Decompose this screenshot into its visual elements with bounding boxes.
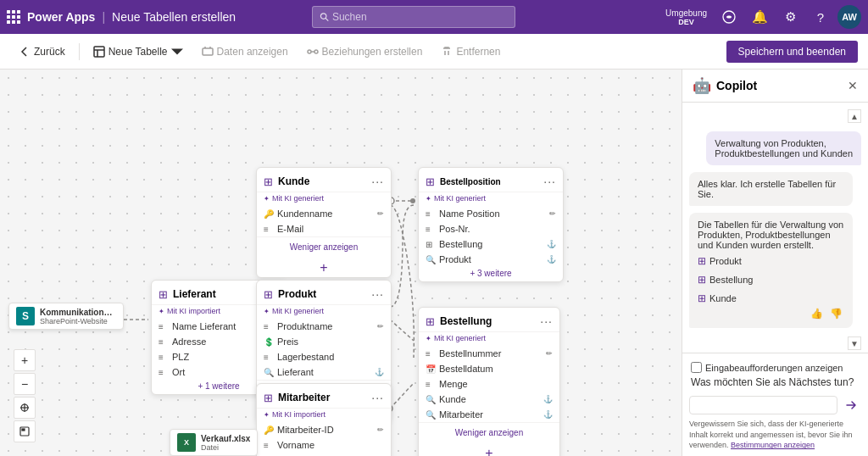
top-nav: Power Apps | Neue Tabellen erstellen Umg… (0, 0, 868, 34)
copilot-footer: Eingabeaufforderungen anzeigen Was möcht… (682, 353, 868, 456)
field-type-icon: ≡ (264, 441, 274, 450)
table-icon: ⊞ (698, 292, 706, 304)
key-icon: ≡ (159, 322, 169, 331)
new-table-button[interactable]: Neue Tabelle (85, 42, 192, 61)
zoom-in-btn[interactable]: + (14, 349, 36, 371)
table-field: ≡ Menge (419, 376, 559, 392)
copilot-header: 🤖 Copilot ✕ (682, 70, 868, 103)
table-menu-btn[interactable]: ··· (371, 391, 384, 404)
table-menu-btn[interactable]: ··· (371, 175, 384, 188)
svg-line-13 (390, 320, 414, 341)
scroll-down-btn[interactable]: ▼ (848, 336, 861, 350)
copilot-disclaimer: Vergewissern Sie sich, dass der KI-gener… (689, 415, 861, 451)
table-field: 🔍 Kunde ⚓ (419, 392, 559, 407)
add-field-btn[interactable]: + (257, 259, 391, 277)
nav-right: Umgebung DEV 🔔 ⚙ ? AW (660, 3, 861, 31)
field-type-icon: ≡ (159, 337, 169, 347)
avatar[interactable]: AW (837, 5, 861, 29)
scroll-up-btn[interactable]: ▲ (848, 109, 861, 123)
toolbar: Zurück Neue Tabelle Daten anzeigen Bezie… (0, 34, 868, 70)
table-field: 💲 Preis (257, 334, 391, 349)
thumbs-up-btn[interactable]: 👍 (809, 306, 825, 321)
table-bestellung[interactable]: ⊞ Bestellung ··· Mit KI generiert ≡ Best… (418, 307, 560, 456)
field-type-icon: ≡ (264, 225, 274, 234)
copilot-question-label: Was möchten Sie als Nächstes tun? (689, 376, 861, 392)
edit-icon[interactable]: ✏ (377, 209, 384, 218)
show-data-button[interactable]: Daten anzeigen (193, 42, 297, 61)
back-button[interactable]: Zurück (10, 42, 74, 61)
ai-label: Mit KI importiert (257, 409, 391, 422)
copilot-send-btn[interactable] (841, 395, 861, 415)
save-button[interactable]: Speichern und beenden (726, 41, 858, 63)
edit-icon[interactable]: ✏ (377, 425, 384, 434)
search-icon (320, 12, 329, 22)
edit-icon[interactable]: ✏ (377, 322, 384, 331)
show-less-btn[interactable]: Weniger anzeigen (426, 426, 553, 439)
table-title: Produkt (278, 288, 366, 300)
settings-btn[interactable]: ⚙ (776, 3, 804, 31)
sharepoint-datasource[interactable]: S Kommunikationswe... SharePoint-Website (8, 303, 124, 330)
more-fields-btn[interactable]: + 3 weitere (419, 267, 563, 281)
canvas[interactable]: ⊞ Kunde ··· Mit KI generiert 🔑 Kundennam… (0, 70, 682, 456)
prompt-toggle[interactable]: Eingabeaufforderungen anzeigen (689, 359, 861, 376)
sharepoint-icon: S (16, 307, 35, 325)
copilot-input[interactable] (689, 396, 837, 414)
add-field-btn[interactable]: + (419, 444, 559, 456)
table-icon: ⊞ (264, 392, 273, 404)
table-title: Bestellposition (440, 177, 538, 186)
field-type-icon: 🔍 (264, 368, 274, 377)
copilot-title: Copilot (716, 79, 843, 92)
field-type-icon: ≡ (264, 353, 274, 362)
field-type-icon: 🔍 (426, 410, 436, 420)
edit-icon[interactable]: ✏ (549, 209, 556, 218)
table-kunde[interactable]: ⊞ Kunde ··· Mit KI generiert 🔑 Kundennam… (256, 167, 392, 278)
table-bestellposition[interactable]: ⊞ Bestellposition ··· Mit KI generiert ≡… (418, 167, 564, 282)
key-icon: ≡ (426, 209, 436, 219)
search-input[interactable] (332, 11, 508, 23)
key-icon: ≡ (426, 349, 436, 359)
field-type-icon: ≡ (159, 368, 169, 377)
table-icon: ⊞ (698, 255, 706, 267)
show-less-btn[interactable]: Weniger anzeigen (264, 241, 384, 253)
create-relations-button[interactable]: Beziehungen erstellen (298, 42, 431, 61)
search-box[interactable] (312, 6, 515, 28)
notification-btn[interactable]: 🔔 (746, 3, 773, 31)
table-title: Mitarbeiter (278, 392, 366, 403)
zoom-out-btn[interactable]: − (14, 373, 36, 395)
table-menu-btn[interactable]: ··· (371, 287, 384, 301)
table-field: ≡ Bestellnummer ✏ (419, 346, 559, 361)
table-field: 📅 Bestelldatum (419, 361, 559, 376)
remove-button[interactable]: Entfernen (432, 42, 509, 61)
excel-datasource[interactable]: X Verkauf.xlsx Datei (170, 429, 258, 456)
fit-view-btn[interactable] (14, 397, 36, 419)
table-menu-btn[interactable]: ··· (543, 175, 556, 188)
minimap-btn[interactable] (14, 420, 36, 442)
thumbs-down-btn[interactable]: 👎 (828, 306, 844, 321)
table-list: ⊞ Produkt ⊞ Bestellung ⊞ Kunde (698, 253, 844, 306)
user-message: Verwaltung von Produkten, Produktbestell… (706, 131, 861, 165)
field-type-icon: ⊞ (426, 240, 436, 249)
prompt-toggle-checkbox[interactable] (691, 362, 702, 373)
key-icon: 🔑 (264, 425, 274, 435)
copilot-messages: ▲ Verwaltung von Produkten, Produktbeste… (682, 103, 868, 353)
excel-icon: X (177, 433, 196, 452)
grid-menu-icon[interactable] (7, 10, 20, 24)
table-field: 🔍 Mitarbeiter ⚓ (419, 407, 559, 422)
edit-icon[interactable]: ✏ (546, 349, 553, 358)
table-field: ≡ Vorname (257, 437, 391, 453)
environment-selector[interactable]: Umgebung DEV (660, 8, 712, 26)
svg-point-0 (320, 14, 326, 19)
table-field: ≡ Lagerbestand (257, 349, 391, 364)
svg-rect-3 (94, 47, 104, 57)
datasource-text: Kommunikationswe... SharePoint-Website (40, 308, 116, 325)
svg-rect-22 (22, 429, 25, 431)
disclaimer-link[interactable]: Bestimmungen anzeigen (731, 441, 815, 449)
svg-line-1 (326, 18, 328, 20)
separator (79, 43, 80, 60)
table-mitarbeiter[interactable]: ⊞ Mitarbeiter ··· Mit KI importiert 🔑 Mi… (256, 383, 392, 456)
table-field: 🔍 Produkt ⚓ (419, 252, 563, 267)
copilot-close-btn[interactable]: ✕ (848, 79, 858, 92)
table-menu-btn[interactable]: ··· (540, 314, 553, 328)
copilot-btn[interactable] (715, 3, 743, 31)
help-btn[interactable]: ? (807, 3, 834, 31)
